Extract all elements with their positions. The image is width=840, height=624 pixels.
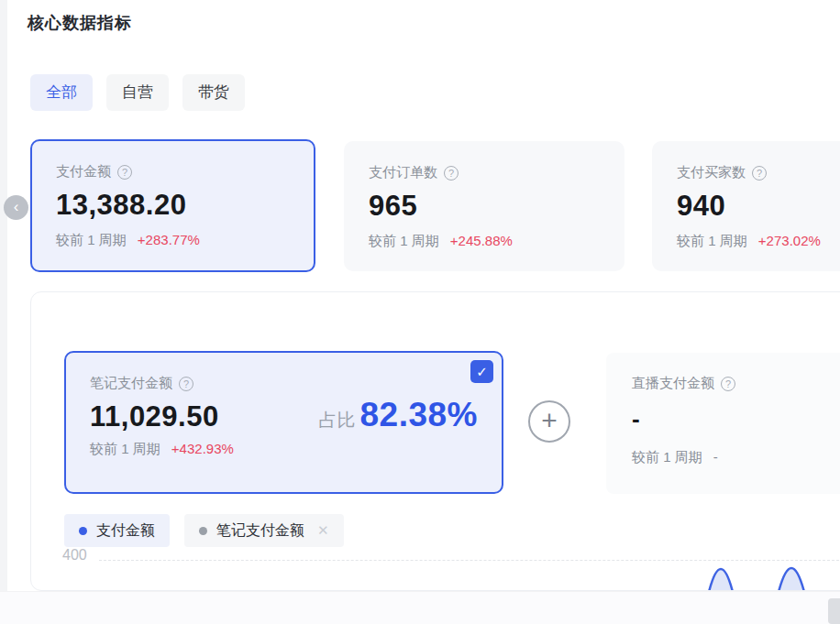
metric-compare-row: 较前 1 周期 - — [632, 449, 840, 466]
change-value: +273.02% — [758, 233, 821, 248]
metric-value: 965 — [369, 190, 600, 223]
legend-label: 支付金额 — [96, 521, 155, 541]
metric-card-payment-buyers[interactable]: 支付买家数 ? 940 较前 1 周期 +273.02% — [652, 141, 840, 271]
metric-value: 940 — [677, 190, 840, 223]
metric-label-row: 直播支付金额 ? — [632, 375, 840, 392]
note-payment-card[interactable]: ✓ 笔记支付金额 ? 11,029.50 占比 82.38% 较前 1 周期 +… — [64, 351, 503, 494]
help-icon[interactable]: ? — [179, 377, 193, 391]
compare-label: 较前 1 周期 — [632, 449, 702, 465]
metric-label: 支付金额 — [56, 163, 111, 181]
ratio-label: 占比 — [319, 408, 356, 432]
metric-compare-row: 较前 1 周期 +273.02% — [677, 233, 840, 250]
value-row: 11,029.50 占比 82.38% — [90, 396, 478, 434]
change-value: - — [713, 449, 718, 465]
chart-legend: 支付金额 笔记支付金额 ✕ — [64, 514, 344, 547]
tab-affiliate[interactable]: 带货 — [182, 74, 245, 111]
metric-compare-row: 较前 1 周期 +283.77% — [56, 232, 290, 249]
compare-label: 较前 1 周期 — [677, 233, 747, 248]
line-chart-peaks — [673, 558, 840, 591]
checked-checkbox[interactable]: ✓ — [470, 360, 493, 383]
metric-label-row: 笔记支付金额 ? — [90, 375, 478, 392]
metric-card-payment-amount[interactable]: 支付金额 ? 13,388.20 较前 1 周期 +283.77% — [30, 139, 315, 272]
metric-value: 11,029.50 — [90, 400, 219, 433]
page-bottom-strip — [0, 591, 840, 624]
carousel-prev-icon[interactable]: ‹ — [4, 195, 28, 220]
legend-label: 笔记支付金额 — [216, 521, 304, 541]
breakdown-panel: ✓ 笔记支付金额 ? 11,029.50 占比 82.38% 较前 1 周期 +… — [30, 291, 840, 591]
metric-card-payment-orders[interactable]: 支付订单数 ? 965 较前 1 周期 +245.88% — [344, 141, 624, 271]
change-value: +432.93% — [171, 441, 234, 456]
metric-value: 13,388.20 — [56, 189, 290, 222]
help-icon[interactable]: ? — [117, 165, 132, 180]
legend-item-note-payment-amount[interactable]: 笔记支付金额 ✕ — [184, 514, 344, 547]
metric-compare-row: 较前 1 周期 +245.88% — [369, 233, 600, 250]
compare-label: 较前 1 周期 — [56, 232, 127, 247]
help-icon[interactable]: ? — [444, 166, 459, 181]
scrollbar-thumb[interactable] — [828, 598, 840, 624]
compare-label: 较前 1 周期 — [90, 441, 160, 456]
metric-label-row: 支付订单数 ? — [369, 164, 600, 181]
page-title: 核心数据指标 — [28, 12, 132, 34]
metric-label: 笔记支付金额 — [90, 375, 172, 392]
help-icon[interactable]: ? — [752, 166, 767, 181]
ratio-block: 占比 82.38% — [319, 396, 479, 434]
remove-legend-icon[interactable]: ✕ — [317, 522, 329, 539]
legend-dot-gray — [199, 527, 207, 535]
metric-value: - — [632, 405, 840, 433]
metric-label: 支付订单数 — [369, 164, 437, 181]
compare-label: 较前 1 周期 — [369, 233, 439, 248]
metric-compare-row: 较前 1 周期 +432.93% — [90, 441, 478, 458]
y-axis-tick-400: 400 — [62, 547, 87, 564]
add-metric-button[interactable]: + — [528, 400, 570, 443]
metric-label: 支付买家数 — [677, 164, 746, 181]
legend-item-payment-amount[interactable]: 支付金额 — [64, 514, 170, 547]
page-left-gutter — [0, 0, 7, 591]
help-icon[interactable]: ? — [721, 377, 735, 391]
live-payment-card[interactable]: 直播支付金额 ? - 较前 1 周期 - — [606, 353, 840, 494]
tab-self-operated[interactable]: 自营 — [106, 74, 169, 111]
legend-dot-blue — [79, 527, 87, 535]
metric-label: 直播支付金额 — [632, 375, 714, 392]
change-value: +283.77% — [138, 232, 200, 247]
tab-all[interactable]: 全部 — [30, 74, 93, 111]
ratio-value: 82.38% — [360, 396, 479, 434]
scope-tabs: 全部 自营 带货 — [30, 74, 245, 111]
change-value: +245.88% — [450, 233, 513, 248]
metric-label-row: 支付金额 ? — [56, 163, 290, 181]
metric-label-row: 支付买家数 ? — [677, 164, 840, 181]
